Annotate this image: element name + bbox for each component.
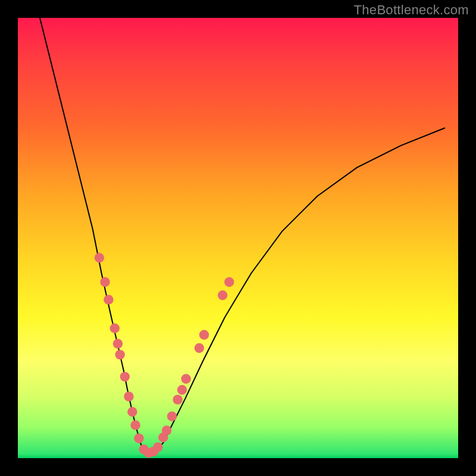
data-marker (167, 412, 177, 421)
data-marker (181, 374, 190, 384)
data-marker (113, 339, 123, 348)
bottleneck-curve (40, 18, 445, 453)
data-marker (95, 253, 104, 262)
data-marker (195, 343, 204, 353)
data-marker (173, 394, 182, 404)
data-marker (120, 372, 130, 381)
data-marker (127, 407, 137, 416)
data-marker (224, 277, 234, 287)
watermark-label: TheBottleneck.com (354, 2, 469, 18)
data-marker (124, 392, 133, 401)
data-marker (104, 295, 113, 304)
data-marker (100, 277, 109, 287)
chart-svg (18, 18, 458, 458)
data-marker (199, 330, 209, 340)
plot-area (18, 18, 458, 458)
data-marker (177, 385, 187, 394)
data-marker (218, 290, 227, 300)
data-marker (115, 350, 124, 359)
data-marker (162, 425, 171, 435)
data-marker (153, 442, 162, 452)
data-marker (130, 420, 140, 430)
data-markers (95, 253, 234, 458)
data-marker (134, 434, 143, 443)
data-marker (110, 324, 120, 333)
chart-frame: TheBottleneck.com (0, 0, 476, 476)
